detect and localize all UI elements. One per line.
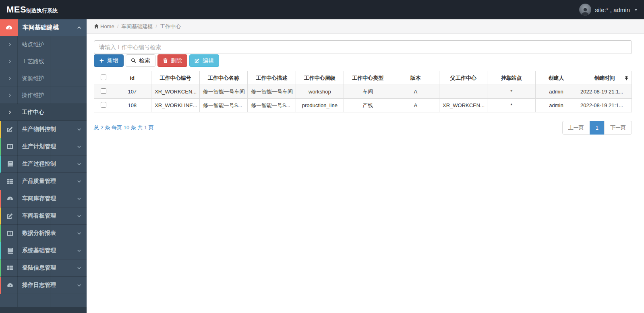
sidebar-group-production-plan-management[interactable]: 生产计划管理: [0, 138, 87, 155]
group-icon-block: [0, 19, 18, 36]
column-header: 工作中心层级: [296, 71, 344, 85]
list-icon: [7, 265, 13, 271]
chevron-right-icon: [8, 93, 12, 97]
table-cell: 107: [113, 85, 151, 99]
chevron-down-icon: [77, 179, 81, 184]
table-cell: 修一智能一号车间: [199, 85, 247, 99]
sidebar-group-label: 数据分析报表: [22, 230, 56, 237]
row-checkbox[interactable]: [101, 102, 106, 108]
button-label: 检索: [139, 57, 150, 64]
table-cell: [439, 85, 487, 99]
column-header: 工作中心编号: [151, 71, 199, 85]
breadcrumb-group[interactable]: 车间基础建模: [121, 23, 153, 30]
breadcrumb-home[interactable]: Home: [100, 23, 114, 29]
chevron-right-icon: [8, 77, 12, 80]
sidebar-item-station-maintenance[interactable]: 站点维护: [0, 36, 87, 53]
edit-icon: [195, 58, 200, 63]
sidebar-item-operation-maintenance[interactable]: 操作维护: [0, 87, 87, 104]
column-header-label: 创建人: [548, 75, 564, 81]
column-header: 工作中心类型: [344, 71, 392, 85]
sidebar-group-workshop-kanban-management[interactable]: 车间看板管理: [0, 207, 87, 225]
add-button[interactable]: 新增: [94, 54, 124, 67]
delete-button[interactable]: 删除: [157, 54, 187, 67]
book-icon: [7, 161, 13, 167]
chevron-up-icon: [77, 25, 81, 30]
sidebar-group-system-basic-management[interactable]: 系统基础管理: [0, 242, 87, 259]
prev-page-button[interactable]: 上一页: [562, 121, 590, 135]
row-checkbox[interactable]: [101, 88, 106, 94]
table-cell: *: [487, 85, 535, 99]
row-checkbox-cell: [94, 85, 113, 99]
breadcrumb-separator: /: [155, 23, 157, 29]
pencil-square-icon: [7, 213, 13, 219]
sidebar-group-product-quality-management[interactable]: 产品质量管理: [0, 173, 87, 190]
table-cell: 修一智能一号S...: [248, 99, 296, 112]
table-cell: production_line: [296, 99, 344, 112]
sidebar-group-production-process-control[interactable]: 生产过程控制: [0, 155, 87, 173]
column-header-label: 创建时间: [594, 75, 615, 81]
columns-icon: [7, 230, 13, 236]
row-checkbox-cell: [94, 99, 113, 112]
chevron-down-icon: [77, 162, 81, 166]
sidebar-item-label: 工艺路线: [22, 58, 44, 65]
table-row[interactable]: 108XR_WORKLINE...修一智能一号S...修一智能一号S...pro…: [94, 99, 632, 112]
sidebar-group-data-analysis-report[interactable]: 数据分析报表: [0, 225, 87, 242]
column-header: 挂靠站点: [487, 71, 535, 85]
sidebar-group-label: 车间看板管理: [22, 212, 56, 220]
list-icon: [7, 178, 13, 184]
sidebar-item-label: 站点维护: [22, 41, 44, 48]
table-cell: A: [392, 85, 439, 99]
column-header-label: 版本: [410, 75, 421, 81]
home-icon: [94, 24, 99, 29]
column-header-label: 工作中心层级: [304, 75, 335, 81]
select-all-checkbox[interactable]: [101, 75, 106, 80]
sidebar-group-workshop-basic-modeling[interactable]: 车间基础建模: [0, 19, 87, 36]
sidebar-item-work-center[interactable]: 工作中心: [0, 104, 87, 121]
tachometer-icon: [7, 195, 13, 202]
sidebar-item-resource-maintenance[interactable]: 资源维护: [0, 70, 87, 87]
table-row[interactable]: 107XR_WORKCEN...修一智能一号车间修一智能一号车间workshop…: [94, 85, 632, 99]
chevron-down-icon: [77, 145, 81, 149]
sidebar-group-operation-log-management[interactable]: 操作日志管理: [0, 277, 87, 294]
sidebar-groups: 生产物料控制生产计划管理生产过程控制产品质量管理车间库存管理车间看板管理数据分析…: [0, 121, 87, 294]
page-1-button[interactable]: 1: [590, 121, 605, 135]
sidebar-group-label: 系统基础管理: [22, 247, 56, 254]
column-header-label: id: [130, 75, 135, 81]
column-header: 版本: [392, 71, 439, 85]
chevron-down-icon: [77, 127, 81, 132]
sidebar-group-label: 车间库存管理: [22, 195, 56, 202]
person-icon: [581, 7, 590, 16]
column-header-label: 挂靠站点: [501, 75, 522, 81]
breadcrumb: Home / 车间基础建模 / 工作中心: [87, 19, 644, 34]
sidebar-item-process-route[interactable]: 工艺路线: [0, 53, 87, 70]
plus-icon: [99, 58, 104, 63]
column-header-label: 工作中心编号: [159, 75, 191, 81]
sidebar-group-production-material-control[interactable]: 生产物料控制: [0, 121, 87, 138]
search-input[interactable]: [94, 40, 632, 54]
user-label: site:* , admin: [595, 6, 630, 13]
header-checkbox-cell: [94, 71, 113, 85]
columns-icon: [7, 143, 13, 150]
user-menu[interactable]: site:* , admin: [579, 4, 638, 16]
table-cell: 108: [113, 99, 151, 112]
sidebar-group-label: 操作日志管理: [22, 282, 56, 289]
chevron-down-icon: [77, 249, 81, 253]
brand-secondary: 制造执行系统: [26, 7, 58, 15]
sidebar-group-login-info-management[interactable]: 登陆信息管理: [0, 259, 87, 277]
search-icon: [131, 58, 136, 63]
pin-icon[interactable]: [624, 76, 629, 80]
table-cell: 车间: [344, 85, 392, 99]
sidebar-group-label: 生产过程控制: [22, 160, 56, 168]
caret-down-icon: [634, 9, 638, 11]
pagination: 上一页1下一页: [562, 121, 632, 135]
column-header-label: 工作中心名称: [208, 75, 239, 81]
sidebar-group-label: 车间基础建模: [23, 24, 59, 31]
breadcrumb-current: 工作中心: [160, 23, 181, 30]
next-page-button[interactable]: 下一页: [604, 121, 632, 135]
column-header: 创建时间: [577, 71, 632, 85]
edit-button[interactable]: 编辑: [189, 54, 219, 67]
tachometer-icon: [6, 24, 12, 31]
breadcrumb-separator: /: [117, 23, 119, 29]
search-button[interactable]: 检索: [126, 54, 155, 67]
sidebar-group-workshop-inventory-management[interactable]: 车间库存管理: [0, 190, 87, 207]
